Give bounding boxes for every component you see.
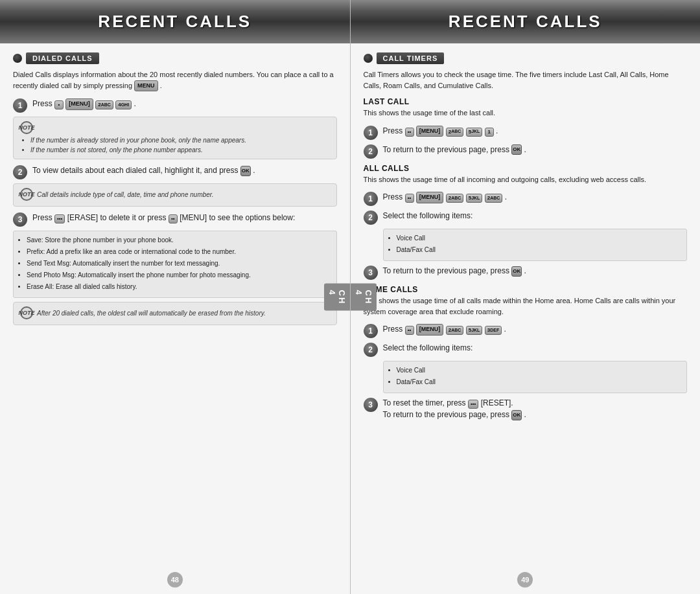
dialed-calls-desc: Dialed Calls displays information about …	[13, 69, 337, 91]
ac-step-2-text: Select the following items:	[383, 210, 688, 222]
note-icon-2: NOTE	[20, 188, 33, 201]
key-lc-1: 1	[485, 128, 494, 137]
ac-step-1: 1 Press •• [MENU] 2ABC 5JKL 2ABC .	[364, 191, 688, 206]
menu-key-inline: MENU	[134, 80, 158, 92]
option-prefix: Prefix: Add a prefix like an area code o…	[27, 247, 330, 257]
step-2-row: 2 To view details about each dialed call…	[13, 165, 337, 179]
section-dot-right	[364, 54, 373, 63]
key-lc-5: 5JKL	[466, 128, 483, 137]
note-icon-1: NOTE	[20, 121, 33, 134]
ac-step-2: 2 Select the following items:	[364, 210, 688, 225]
note-header-2: NOTE Call details include type of call, …	[20, 188, 330, 201]
option-erase-all: Erase All: Erase all dialed calls histor…	[27, 282, 330, 292]
key-dot: •	[54, 100, 64, 109]
ac-step-3-num: 3	[364, 266, 378, 280]
note-header-1: NOTE	[20, 121, 330, 134]
note-box-2: NOTE Call details include type of call, …	[13, 183, 337, 207]
ac-step-2-num: 2	[364, 211, 378, 225]
right-header: RECENT CALLS	[351, 0, 701, 43]
key-hc-3: 3DEF	[485, 326, 502, 335]
hc-step-3-text: To reset the timer, press ••• [RESET]. T…	[383, 397, 688, 420]
key-ac-dot: ••	[405, 194, 414, 203]
home-calls-title: HOME CALLS	[364, 285, 688, 294]
hc-step-2: 2 Select the following items:	[364, 342, 688, 357]
key-4: 4GHI	[115, 100, 132, 109]
section-dot	[13, 54, 22, 63]
right-page: RECENT CALLS CALL TIMERS Call Timers all…	[351, 0, 701, 594]
hc-step-3-num: 3	[364, 398, 378, 412]
step-3-row: 3 Press ••• [ERASE] to delete it or pres…	[13, 212, 337, 227]
call-timers-desc: Call Timers allows you to check the usag…	[364, 69, 688, 91]
call-timers-title: CALL TIMERS	[377, 52, 445, 64]
note-box-3: NOTE After 20 dialed calls, the oldest c…	[13, 302, 337, 325]
note-3-text: After 20 dialed calls, the oldest call w…	[37, 308, 266, 318]
call-timers-header: CALL TIMERS	[364, 52, 688, 64]
key-lc-menu: [MENU]	[416, 126, 444, 137]
home-calls-list: Voice Call Data/Fax Call	[383, 361, 688, 393]
hc-step-2-num: 2	[364, 343, 378, 357]
key-hc-5: 5JKL	[466, 326, 483, 335]
step-1-row: 1 Press • [MENU] 2ABC 4GHI .	[13, 98, 337, 113]
step-1-num: 1	[13, 98, 27, 113]
key-lc-2: 2ABC	[446, 128, 464, 137]
note-1-item-2: If the number is not stored, only the ph…	[30, 145, 330, 155]
left-page: RECENT CALLS DIALED CALLS Dialed Calls d…	[0, 0, 350, 594]
key-ac-menu: [MENU]	[416, 192, 444, 203]
key-lc-dot: ••	[405, 128, 414, 137]
lc-step-1: 1 Press •• [MENU] 2ABC 5JKL 1 .	[364, 125, 688, 140]
step-2-text: To view details about each dialed call, …	[32, 165, 337, 176]
lc-step-2: 2 To return to the previous page, press …	[364, 144, 688, 159]
key-ac-5: 5JKL	[466, 194, 483, 203]
step-3-text: Press ••• [ERASE] to delete it or press …	[32, 212, 337, 223]
key-reset-dot: •••	[468, 400, 478, 409]
options-list: Save: Store the phone number in your pho…	[13, 231, 337, 298]
home-calls-desc: This shows the usage time of all calls m…	[364, 295, 688, 317]
key-hc-2: 2ABC	[446, 326, 464, 335]
left-content: DIALED CALLS Dialed Calls displays infor…	[0, 43, 350, 594]
page-num-left: 48	[167, 572, 183, 588]
hc-step-1: 1 Press •• [MENU] 2ABC 5JKL 3DEF .	[364, 323, 688, 338]
right-title: RECENT CALLS	[364, 12, 688, 32]
ac-step-3-text: To return to the previous page, press OK…	[383, 265, 688, 277]
lc-step-2-text: To return to the previous page, press OK…	[383, 144, 688, 155]
dialed-calls-header: DIALED CALLS	[13, 52, 337, 64]
hc-option-voice: Voice Call	[397, 365, 681, 376]
option-photo-msg: Send Photo Msg: Automatically insert the…	[27, 270, 330, 280]
hc-option-data: Data/Fax Call	[397, 377, 681, 387]
ac-step-3: 3 To return to the previous page, press …	[364, 265, 688, 280]
note-header-3: NOTE After 20 dialed calls, the oldest c…	[20, 306, 330, 319]
lc-step-2-num: 2	[364, 144, 378, 159]
lc-step-1-text: Press •• [MENU] 2ABC 5JKL 1 .	[383, 125, 688, 137]
key-menu: [MENU]	[65, 98, 93, 110]
ac-step-1-text: Press •• [MENU] 2ABC 5JKL 2ABC .	[383, 191, 688, 203]
key-2: 2ABC	[95, 100, 113, 109]
note-2-text: Call details include type of call, date,…	[37, 190, 214, 200]
hc-step-2-text: Select the following items:	[383, 342, 688, 354]
last-call-title: LAST CALL	[364, 97, 688, 106]
option-text-msg: Send Text Msg: Automatically insert the …	[27, 258, 330, 269]
note-icon-3: NOTE	[20, 306, 33, 319]
page-num-right: 49	[517, 572, 533, 588]
key-erase-dot: •••	[54, 214, 65, 223]
all-calls-list: Voice Call Data/Fax Call	[383, 229, 688, 261]
note-1-item-1: If the number is already stored in your …	[30, 135, 330, 145]
section-title: DIALED CALLS	[26, 52, 99, 64]
key-ac-2b: 2ABC	[485, 194, 503, 203]
option-save: Save: Store the phone number in your pho…	[27, 235, 330, 246]
key-hc-dot: ••	[405, 326, 414, 335]
hc-step-3: 3 To reset the timer, press ••• [RESET].…	[364, 397, 688, 420]
right-content: CALL TIMERS Call Timers allows you to ch…	[351, 43, 701, 594]
key-ac-2a: 2ABC	[446, 194, 464, 203]
step-1-text: Press • [MENU] 2ABC 4GHI .	[32, 98, 337, 110]
ch-label-left: CH4	[324, 283, 350, 311]
step-2-num: 2	[13, 165, 27, 179]
step-3-num: 3	[13, 212, 27, 227]
left-title: RECENT CALLS	[13, 12, 337, 32]
btn-ok-2: OK	[240, 166, 251, 176]
all-calls-desc: This shows the usage time of all incomin…	[364, 174, 688, 185]
ac-option-voice: Voice Call	[397, 233, 681, 244]
hc-step-1-text: Press •• [MENU] 2ABC 5JKL 3DEF .	[383, 323, 688, 336]
btn-ok-ac: OK	[511, 266, 522, 277]
ac-step-1-num: 1	[364, 192, 378, 206]
left-header: RECENT CALLS	[0, 0, 350, 43]
